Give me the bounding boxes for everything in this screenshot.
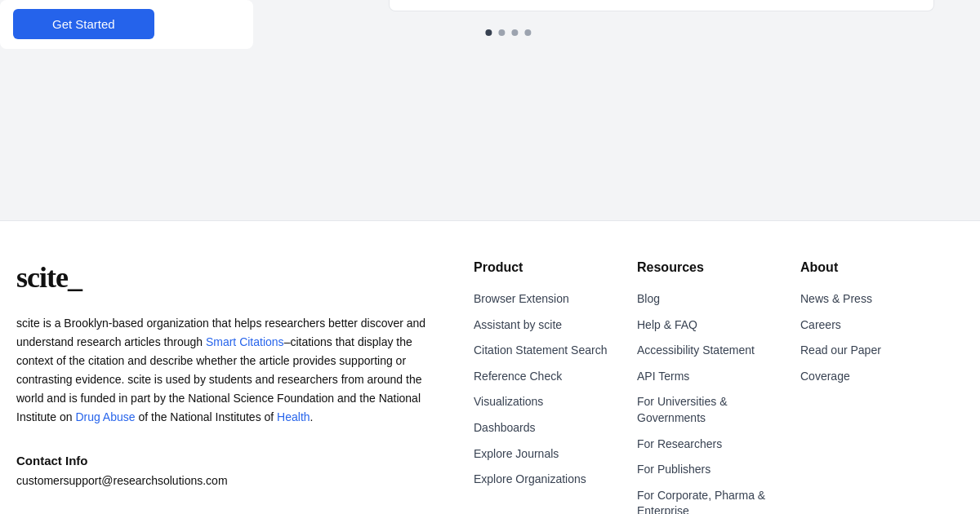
scite-logo: scite_ (16, 260, 441, 295)
top-right-card (389, 0, 934, 11)
footer-link-corporate[interactable]: For Corporate, Pharma & Enterprise (637, 488, 784, 514)
footer-col-product: Product Browser Extension Assistant by s… (474, 260, 637, 514)
footer-col-about: About News & Press Careers Read our Pape… (800, 260, 964, 514)
footer-columns: Product Browser Extension Assistant by s… (474, 260, 964, 514)
contact-email: customersupport@researchsolutions.com (16, 474, 441, 487)
get-started-button[interactable]: Get Started (13, 9, 154, 39)
carousel-dot-2[interactable] (498, 29, 505, 36)
footer-link-reference-check[interactable]: Reference Check (474, 369, 621, 385)
footer-about-title: About (800, 260, 947, 275)
footer-product-title: Product (474, 260, 621, 275)
carousel-dots (485, 29, 531, 36)
carousel-dot-1[interactable] (485, 29, 492, 36)
footer-description: scite is a Brooklyn-based organization t… (16, 314, 441, 428)
footer-link-blog[interactable]: Blog (637, 291, 784, 308)
drug-abuse-link[interactable]: Drug Abuse (75, 410, 135, 423)
footer-link-visualizations[interactable]: Visualizations (474, 394, 621, 410)
footer: scite_ scite is a Brooklyn-based organiz… (0, 221, 980, 514)
footer-link-explore-journals[interactable]: Explore Journals (474, 446, 621, 463)
footer-link-coverage[interactable]: Coverage (800, 369, 947, 385)
footer-link-api-terms[interactable]: API Terms (637, 369, 784, 385)
footer-link-dashboards[interactable]: Dashboards (474, 420, 621, 436)
footer-link-assistant[interactable]: Assistant by scite (474, 317, 621, 334)
carousel-dot-3[interactable] (511, 29, 518, 36)
footer-link-help-faq[interactable]: Help & FAQ (637, 317, 784, 334)
footer-link-browser-extension[interactable]: Browser Extension (474, 291, 621, 308)
footer-link-news-press[interactable]: News & Press (800, 291, 947, 308)
footer-link-researchers[interactable]: For Researchers (637, 436, 784, 453)
footer-link-universities[interactable]: For Universities & Governments (637, 394, 784, 426)
top-section: Get Started (0, 0, 980, 139)
footer-col-resources: Resources Blog Help & FAQ Accessibility … (637, 260, 800, 514)
smart-citations-link[interactable]: Smart Citations (206, 335, 284, 348)
footer-link-explore-organizations[interactable]: Explore Organizations (474, 472, 621, 488)
footer-link-careers[interactable]: Careers (800, 317, 947, 334)
footer-resources-title: Resources (637, 260, 784, 275)
spacer (0, 139, 980, 220)
footer-link-read-paper[interactable]: Read our Paper (800, 343, 947, 359)
footer-link-publishers[interactable]: For Publishers (637, 462, 784, 478)
footer-brand: scite_ scite is a Brooklyn-based organiz… (16, 260, 474, 514)
top-left-card: Get Started (0, 0, 253, 49)
footer-link-citation-search[interactable]: Citation Statement Search (474, 343, 621, 359)
carousel-dot-4[interactable] (524, 29, 531, 36)
contact-info-label: Contact Info (16, 454, 441, 467)
health-link[interactable]: Health (277, 410, 310, 423)
footer-link-accessibility[interactable]: Accessibility Statement (637, 343, 784, 359)
